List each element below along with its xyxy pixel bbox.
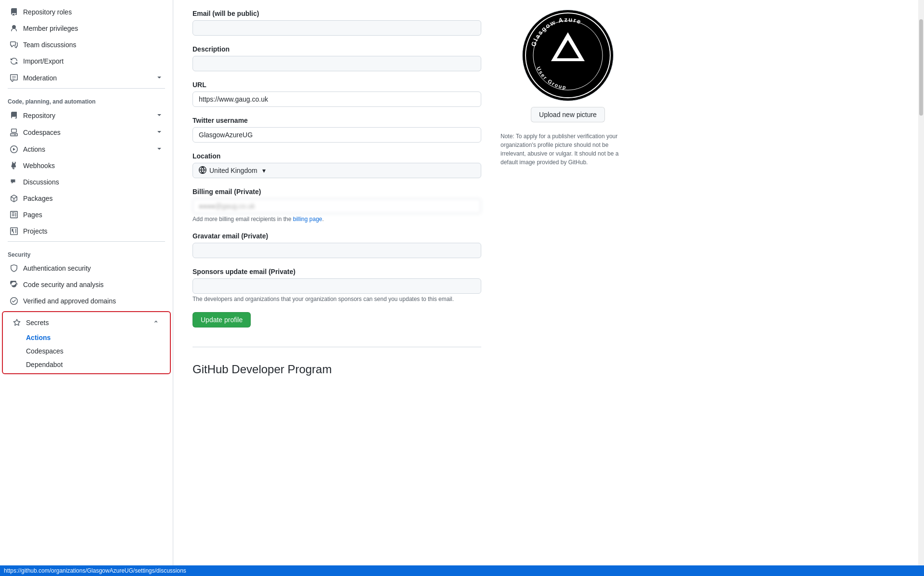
sidebar-item-label: Repository roles (23, 8, 72, 16)
shield-icon (10, 264, 18, 273)
url-input[interactable] (192, 92, 481, 107)
billing-link[interactable]: billing page (293, 216, 322, 223)
repo2-icon (10, 111, 18, 120)
status-url: https://github.com/organizations/Glasgow… (4, 567, 186, 574)
billing-hint: Add more billing email recipients in the… (192, 216, 481, 223)
location-group: Location United Kingdom ▾ (192, 152, 481, 178)
check-icon (10, 297, 18, 305)
sponsors-input[interactable] (192, 278, 481, 294)
org-logo-container: Glasgow Azure User Group (500, 10, 635, 167)
sidebar-item-label: Verified and approved domains (23, 297, 116, 305)
star-icon (13, 318, 21, 327)
codespaces-icon (10, 128, 18, 137)
sidebar-item-discussions[interactable]: Discussions (2, 174, 171, 190)
projects-icon (10, 227, 18, 236)
logo-note: Note: To apply for a publisher verificat… (500, 132, 635, 167)
gravatar-label: Gravatar email (Private) (192, 232, 481, 240)
chevron-down-icon (155, 111, 163, 120)
globe-icon (199, 166, 206, 175)
dropdown-arrow-icon: ▾ (262, 167, 266, 174)
twitter-group: Twitter username (192, 117, 481, 143)
description-input[interactable] (192, 56, 481, 71)
sidebar-item-verified-domains[interactable]: Verified and approved domains (2, 293, 171, 309)
sidebar-item-label: Member privileges (23, 25, 78, 32)
sidebar-item-packages[interactable]: Packages (2, 190, 171, 207)
moderation-icon (10, 74, 18, 82)
org-logo: Glasgow Azure User Group (522, 10, 614, 101)
sidebar: Repository roles Member privileges Team … (0, 0, 173, 576)
sidebar-item-webhooks[interactable]: Webhooks (2, 157, 171, 174)
sidebar-item-authentication-security[interactable]: Authentication security (2, 260, 171, 276)
comment-icon (10, 40, 18, 49)
sponsors-group: Sponsors update email (Private) The deve… (192, 268, 481, 302)
main-content: Email (will be public) Description URL T… (173, 0, 924, 576)
actions-icon (10, 145, 18, 154)
sidebar-item-label: Actions (23, 145, 45, 153)
url-group: URL (192, 81, 481, 107)
sidebar-item-label: Codespaces (23, 129, 61, 136)
sidebar-item-moderation[interactable]: Moderation (2, 69, 171, 86)
upload-picture-button[interactable]: Upload new picture (531, 107, 605, 122)
sidebar-item-label: Discussions (23, 178, 59, 186)
svg-text:Glasgow Azure: Glasgow Azure (530, 16, 583, 48)
sidebar-item-secrets[interactable]: Secrets (5, 314, 168, 331)
sidebar-item-code-security-analysis[interactable]: Code security and analysis (2, 276, 171, 293)
sidebar-sub-item-label: Actions (26, 334, 51, 341)
code-planning-section-label: Code, planning, and automation (0, 91, 173, 107)
gravatar-input[interactable] (192, 243, 481, 258)
person-icon (10, 24, 18, 33)
email-group: Email (will be public) (192, 10, 481, 36)
location-label: Location (192, 152, 481, 160)
sidebar-item-label: Repository (23, 112, 55, 119)
sidebar-sub-item-dependabot[interactable]: Dependabot (5, 358, 168, 371)
sidebar-item-label: Pages (23, 211, 42, 219)
github-dev-heading: GitHub Developer Program (192, 347, 481, 376)
update-profile-button[interactable]: Update profile (192, 312, 251, 327)
twitter-label: Twitter username (192, 117, 481, 124)
billing-email-group: Billing email (Private) Add more billing… (192, 188, 481, 223)
email-input[interactable] (192, 20, 481, 36)
chevron-down-icon (155, 73, 163, 82)
sidebar-item-label: Secrets (26, 319, 49, 327)
sidebar-item-import-export[interactable]: Import/Export (2, 53, 171, 69)
twitter-input[interactable] (192, 127, 481, 143)
scroll-indicator[interactable] (918, 0, 924, 576)
security-section-label: Security (0, 244, 173, 260)
sponsors-label: Sponsors update email (Private) (192, 268, 481, 275)
webhook-icon (10, 161, 18, 170)
sidebar-item-projects[interactable]: Projects (2, 223, 171, 239)
sidebar-item-label: Projects (23, 227, 48, 235)
logo-svg: Glasgow Azure User Group (525, 12, 611, 99)
secrets-section-box: Secrets Actions Codespaces Dependabot (2, 311, 171, 374)
description-label: Description (192, 45, 481, 53)
sidebar-item-repository[interactable]: Repository (2, 107, 171, 124)
svg-text:User Group: User Group (536, 65, 567, 90)
chevron-up-icon (153, 318, 160, 327)
sponsors-hint: The developers and organizations that yo… (192, 296, 481, 302)
sidebar-item-member-privileges[interactable]: Member privileges (2, 20, 171, 37)
sidebar-item-repository-roles[interactable]: Repository roles (2, 4, 171, 20)
discussions-icon (10, 178, 18, 186)
sidebar-item-pages[interactable]: Pages (2, 207, 171, 223)
sidebar-item-label: Authentication security (23, 264, 91, 272)
pages-icon (10, 210, 18, 219)
sidebar-item-actions[interactable]: Actions (2, 141, 171, 157)
location-select[interactable]: United Kingdom ▾ (192, 163, 481, 178)
scroll-thumb[interactable] (919, 19, 923, 116)
description-group: Description (192, 45, 481, 71)
sidebar-item-codespaces[interactable]: Codespaces (2, 124, 171, 141)
sidebar-item-label: Webhooks (23, 162, 55, 170)
sidebar-sub-item-actions[interactable]: Actions (5, 331, 168, 344)
packages-icon (10, 194, 18, 203)
status-bar: https://github.com/organizations/Glasgow… (0, 565, 924, 576)
email-label: Email (will be public) (192, 10, 481, 17)
sidebar-item-team-discussions[interactable]: Team discussions (2, 37, 171, 53)
sidebar-item-label: Team discussions (23, 41, 77, 49)
sidebar-sub-item-codespaces[interactable]: Codespaces (5, 344, 168, 358)
sidebar-sub-item-label: Dependabot (26, 361, 63, 368)
billing-email-input[interactable] (192, 198, 481, 214)
search-icon (10, 280, 18, 289)
sidebar-item-label: Code security and analysis (23, 281, 103, 288)
form-section: Email (will be public) Description URL T… (192, 10, 481, 376)
sidebar-item-label: Import/Export (23, 57, 64, 65)
